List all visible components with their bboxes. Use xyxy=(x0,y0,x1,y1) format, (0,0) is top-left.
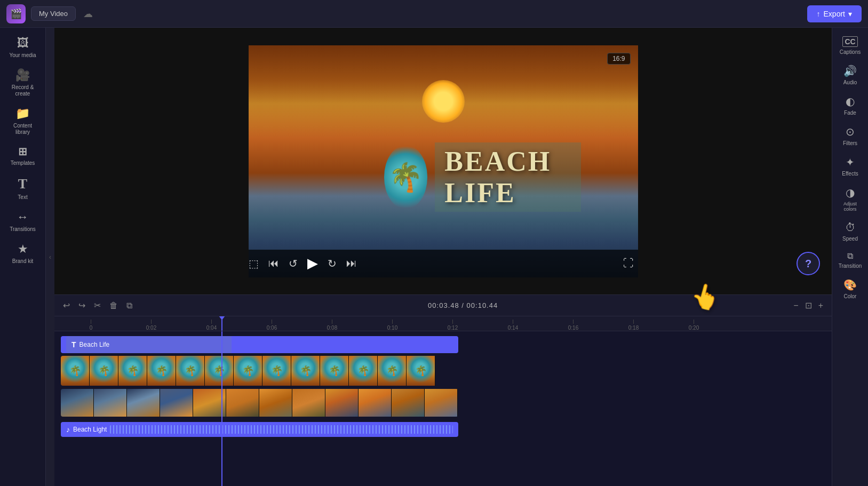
brand-kit-icon: ★ xyxy=(18,242,28,256)
playhead[interactable] xyxy=(221,316,222,331)
video-controls: ⬚ ⏮ ↺ ▶ ↻ ⏭ ⛶ xyxy=(249,250,638,277)
thumb-cell-12: 🌴 xyxy=(378,356,407,386)
audio-strip[interactable]: ♪ Beach Light xyxy=(61,422,458,437)
zoom-out-button[interactable]: − xyxy=(791,298,800,313)
timeline-ruler: 0 0:02 0:04 0:06 xyxy=(54,316,832,331)
center-area: 🌴 Beach Life 16:9 ⬚ ⏮ ↺ ▶ ↻ ⏭ ⛶ xyxy=(54,28,832,486)
audio-track-row: ♪ Beach Light xyxy=(61,421,832,438)
thumb-cell-3: 🌴 xyxy=(118,356,147,386)
undo-button[interactable]: ↩ xyxy=(61,298,72,313)
adjust-colors-icon: ◑ xyxy=(846,186,855,199)
right-item-transition[interactable]: ⧉ Transition xyxy=(834,247,866,273)
film-cell-11 xyxy=(392,389,425,417)
help-button[interactable]: ? xyxy=(797,252,820,275)
sidebar-item-content-library[interactable]: 📁 Contentlibrary xyxy=(4,102,42,140)
thumb-cell-1: 🌴 xyxy=(61,356,90,386)
sidebar-item-templates[interactable]: ⊞ Templates xyxy=(4,141,42,171)
fade-icon: ◐ xyxy=(846,95,855,108)
sidebar-item-text[interactable]: T Text xyxy=(4,172,42,205)
right-item-label: Filters xyxy=(843,140,857,146)
chevron-left-icon: ‹ xyxy=(49,253,51,261)
text-track-row: T Beach Life xyxy=(61,334,832,355)
palm-logo: 🌴 xyxy=(384,145,428,209)
project-title[interactable]: My Video xyxy=(31,6,76,21)
thumb-cell-13: 🌴 xyxy=(407,356,435,386)
film-cell-4 xyxy=(160,389,193,417)
sidebar-item-brand-kit[interactable]: ★ Brand kit xyxy=(4,238,42,269)
speed-icon: ⏱ xyxy=(845,221,856,234)
text-track[interactable]: T Beach Life xyxy=(61,336,458,353)
export-button[interactable]: ↑ Export ▾ xyxy=(807,5,862,22)
sidebar-item-label: Text xyxy=(18,194,27,201)
sidebar-item-label: Templates xyxy=(11,160,35,166)
zoom-in-button[interactable]: + xyxy=(816,298,825,313)
right-item-adjust-colors[interactable]: ◑ Adjustcolors xyxy=(834,182,866,216)
left-sidebar: 🖼 Your media 🎥 Record &create 📁 Contentl… xyxy=(0,28,46,486)
forward-button[interactable]: ↻ xyxy=(328,257,337,270)
right-item-filters[interactable]: ⊙ Filters xyxy=(834,121,866,150)
video-canvas[interactable]: 🌴 Beach Life 16:9 ⬚ ⏮ ↺ ▶ ↻ ⏭ ⛶ xyxy=(249,45,638,277)
sidebar-item-transitions[interactable]: ↔ Transitions xyxy=(4,206,42,237)
timeline-tracks: T Beach Life 🌴 🌴 🌴 🌴 🌴 🌴 xyxy=(54,331,832,486)
effects-icon: ✦ xyxy=(846,156,855,169)
right-item-label: Fade xyxy=(844,110,856,116)
ruler-mark-2: 0:04 xyxy=(181,320,242,331)
thumb-cell-6: 🌴 xyxy=(205,356,234,386)
audio-icon: 🔊 xyxy=(843,65,857,77)
aspect-ratio-badge[interactable]: 16:9 xyxy=(607,53,630,65)
thumb-cell-2: 🌴 xyxy=(90,356,118,386)
caption-toggle-button[interactable]: ⬚ xyxy=(249,257,259,270)
audio-waveform xyxy=(110,425,453,434)
skip-forward-button[interactable]: ⏭ xyxy=(346,257,357,269)
skip-back-button[interactable]: ⏮ xyxy=(268,257,279,269)
captions-icon: CC xyxy=(842,36,857,47)
thumb-cell-11: 🌴 xyxy=(349,356,378,386)
copy-button[interactable]: ⧉ xyxy=(124,299,134,313)
sidebar-item-record-create[interactable]: 🎥 Record &create xyxy=(4,64,42,101)
redo-button[interactable]: ↪ xyxy=(76,298,87,313)
record-create-icon: 🎥 xyxy=(15,68,30,82)
film-cell-1 xyxy=(61,389,94,417)
thumb-cell-9: 🌴 xyxy=(291,356,320,386)
right-item-effects[interactable]: ✦ Effects xyxy=(834,152,866,181)
sidebar-collapse-button[interactable]: ‹ xyxy=(46,28,54,486)
video-preview: 🌴 Beach Life 16:9 ⬚ ⏮ ↺ ▶ ↻ ⏭ ⛶ xyxy=(54,28,832,294)
text-track-type-icon: T xyxy=(71,340,76,349)
ruler-mark-9: 0:18 xyxy=(603,320,664,331)
zoom-fit-button[interactable]: ⊡ xyxy=(803,298,814,313)
export-dropdown-icon: ▾ xyxy=(848,10,852,18)
film-cell-9 xyxy=(325,389,359,417)
right-item-label: Adjustcolors xyxy=(843,201,857,212)
right-item-captions[interactable]: CC Captions xyxy=(834,32,866,59)
thumb-cell-8: 🌴 xyxy=(262,356,291,386)
right-item-fade[interactable]: ◐ Fade xyxy=(834,91,866,120)
right-item-speed[interactable]: ⏱ Speed xyxy=(834,217,866,246)
right-item-label: Speed xyxy=(842,236,858,242)
playhead-arrow xyxy=(219,316,225,320)
right-item-audio[interactable]: 🔊 Audio xyxy=(834,60,866,90)
video-sun xyxy=(422,80,465,123)
right-item-label: Transition xyxy=(839,263,862,269)
fullscreen-button[interactable]: ⛶ xyxy=(623,257,634,269)
right-item-label: Color xyxy=(844,293,857,299)
sidebar-item-label: Your media xyxy=(9,52,36,59)
timeline-toolbar: ↩ ↪ ✂ 🗑 ⧉ 00:03.48 / 00:10.44 − ⊡ + xyxy=(54,295,832,316)
delete-button[interactable]: 🗑 xyxy=(107,299,120,313)
ruler-mark-5: 0:10 xyxy=(362,320,423,331)
sidebar-item-your-media[interactable]: 🖼 Your media xyxy=(4,32,42,63)
rewind-button[interactable]: ↺ xyxy=(289,257,298,270)
film-strip[interactable] xyxy=(61,389,458,417)
thumbnail-strip[interactable]: 🌴 🌴 🌴 🌴 🌴 🌴 🌴 🌴 🌴 🌴 🌴 🌴 🌴 xyxy=(61,356,458,386)
play-button[interactable]: ▶ xyxy=(307,255,318,272)
ruler-mark-3: 0:06 xyxy=(242,320,302,331)
thumb-cell-7: 🌴 xyxy=(234,356,262,386)
text-icon: T xyxy=(18,176,27,192)
timeline-area: ↩ ↪ ✂ 🗑 ⧉ 00:03.48 / 00:10.44 − ⊡ + xyxy=(54,294,832,486)
app-logo: 🎬 xyxy=(6,4,26,23)
content-library-icon: 📁 xyxy=(15,107,30,121)
right-item-color[interactable]: 🎨 Color xyxy=(834,274,866,304)
ruler-mark-6: 0:12 xyxy=(423,320,483,331)
film-track-row xyxy=(61,389,832,419)
cut-button[interactable]: ✂ xyxy=(92,298,103,313)
text-track-right xyxy=(236,336,453,353)
